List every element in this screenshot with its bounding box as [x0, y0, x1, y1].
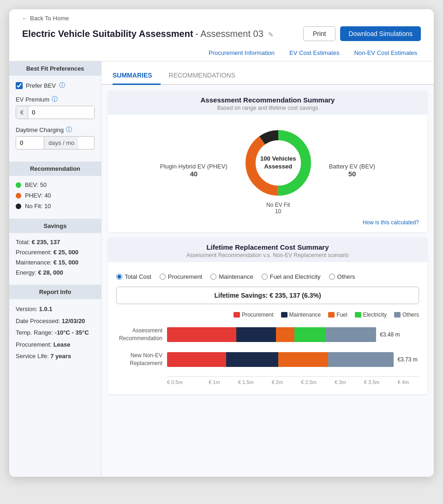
legend-procurement-color [233, 312, 240, 318]
legend-procurement: Procurement [233, 312, 274, 318]
content-tabs: SUMMARIES RECOMMENDATIONS [102, 61, 434, 85]
savings-total-val: € 235, 137 [32, 239, 60, 246]
radio-total-cost[interactable]: Total Cost [116, 273, 151, 280]
tab-ev-cost[interactable]: EV Cost Estimates [289, 46, 339, 61]
back-arrow-icon: ← [22, 15, 28, 22]
rec-phev-label: PHEV: 40 [25, 192, 51, 199]
sidebar: Best Fit Preferences Prefer BEV ⓘ EV Pre… [9, 61, 102, 477]
assessment-summary-header: Assessment Recommendation Summary Based … [108, 90, 427, 115]
chart-legend: Procurement Maintenance Fuel Electr [116, 310, 419, 323]
daytime-charging-input-row: days / mo [16, 136, 95, 150]
tab-procurement[interactable]: Procurement Information [209, 46, 275, 61]
radio-maintenance[interactable]: Maintenance [210, 273, 253, 280]
bar-segments-non-ev [167, 352, 394, 367]
prefer-bev-row: Prefer BEV ⓘ [16, 81, 95, 90]
lifetime-summary-header: Lifetime Replacement Cost Summary Assess… [108, 238, 427, 262]
bar-track-assessment: €3.48 m [167, 326, 419, 343]
x-tick-4: € 2.5m [293, 379, 324, 385]
download-button[interactable]: Download Simulations [340, 26, 421, 41]
savings-energy-val: € 28, 000 [38, 269, 63, 276]
bar-track-non-ev: €3.73 m [167, 351, 419, 368]
legend-electricity-color [355, 312, 361, 318]
legend-fuel: Fuel [328, 312, 347, 318]
back-label: Back To Home [30, 15, 69, 22]
app-window: ← Back To Home Electric Vehicle Suitabil… [9, 9, 434, 477]
x-tick-1: € 1m [198, 379, 230, 385]
assessment-summary-body: Plugin Hybrid EV (PHEV) 40 [108, 115, 427, 232]
bar-row-assessment: AssessmentRecommendation [116, 326, 419, 343]
bar-seg-fuel-1 [276, 327, 295, 342]
prefer-bev-checkbox[interactable] [16, 82, 23, 89]
title-row: Electric Vehicle Suitability Assessment … [22, 26, 421, 41]
bev-label: Battery EV (BEV) 50 [329, 163, 375, 178]
bar-seg-maintenance-2 [226, 352, 278, 367]
main-layout: Best Fit Preferences Prefer BEV ⓘ EV Pre… [9, 61, 434, 477]
legend-maintenance: Maintenance [281, 312, 321, 318]
report-procurement: Procurement: Lease [16, 340, 95, 349]
lifetime-summary-sub: Assessment Recommendation v.s. Non-EV Re… [116, 252, 419, 258]
assessment-summary-sub: Based on range and lifetime cost savings [116, 105, 419, 111]
ev-premium-prefix: € [16, 106, 28, 119]
daytime-charging-label: Daytime Charging ⓘ [16, 126, 95, 134]
report-date: Date Processed: 12/03/20 [16, 317, 95, 326]
radio-others[interactable]: Others [329, 273, 355, 280]
donut-chart: 100 Vehicles Assessed [241, 126, 315, 200]
ev-premium-field: EV Premium ⓘ € [16, 95, 95, 119]
lifetime-summary-title: Lifetime Replacement Cost Summary [116, 243, 419, 251]
savings-procurement-val: € 25, 000 [54, 249, 78, 256]
savings-body: Total: € 235, 137 Procurement: € 25, 000… [9, 233, 101, 285]
bar-seg-procurement-2 [167, 352, 226, 367]
legend-fuel-color [328, 312, 335, 318]
ev-premium-info-icon[interactable]: ⓘ [52, 95, 58, 103]
bar-seg-others-1 [326, 327, 376, 342]
legend-electricity: Electricity [355, 312, 387, 318]
print-button[interactable]: Print [303, 26, 336, 41]
x-tick-7: € 4m [388, 379, 419, 385]
radio-fuel-electricity[interactable]: Fuel and Electricity [262, 273, 321, 280]
bar-seg-procurement-1 [167, 327, 236, 342]
page-title: Electric Vehicle Suitability Assessment … [22, 29, 274, 39]
rec-phev: PHEV: 40 [16, 192, 95, 199]
bar-row-non-ev: New Non-EVReplacement €3. [116, 351, 419, 368]
ev-premium-input[interactable] [28, 106, 94, 119]
back-link[interactable]: ← Back To Home [22, 15, 421, 22]
bar-end-non-ev: €3.73 m [397, 356, 417, 363]
x-tick-0: € 0.5m [167, 379, 198, 385]
rec-bev-label: BEV: 50 [25, 181, 47, 188]
radio-procurement[interactable]: Procurement [160, 273, 202, 280]
bar-label-non-ev: New Non-EVReplacement [116, 352, 167, 367]
title-buttons: Print Download Simulations [303, 26, 421, 41]
x-tick-3: € 2m [262, 379, 293, 385]
savings-total: Total: € 235, 137 [16, 239, 95, 246]
top-bar: ← Back To Home Electric Vehicle Suitabil… [9, 9, 434, 61]
bar-chart: AssessmentRecommendation [116, 323, 419, 388]
savings-procurement: Procurement: € 25, 000 [16, 249, 95, 256]
nofit-dot [16, 204, 21, 209]
top-nav-tabs: Procurement Information EV Cost Estimate… [22, 46, 421, 61]
tab-summaries[interactable]: SUMMARIES [113, 68, 161, 85]
tab-non-ev-cost[interactable]: Non-EV Cost Estimates [354, 46, 417, 61]
lifetime-savings-box: Lifetime Savings: € 235, 137 (6.3%) [116, 287, 419, 304]
edit-icon[interactable]: ✎ [268, 31, 274, 38]
bar-segments-assessment [167, 327, 376, 342]
report-info-body: Version: 1.0.1 Date Processed: 12/03/20 … [9, 299, 101, 369]
x-tick-2: € 1.5m [230, 379, 262, 385]
x-axis: € 0.5m € 1m € 1.5m € 2m € 2.5m € 3m € 3.… [167, 376, 419, 385]
legend-others: Others [394, 312, 419, 318]
prefer-bev-info-icon[interactable]: ⓘ [59, 81, 65, 90]
tab-recommendations[interactable]: RECOMMENDATIONS [169, 68, 244, 85]
daytime-charging-field: Daytime Charging ⓘ days / mo [16, 126, 95, 150]
how-calculated-link[interactable]: How is this calculated? [116, 217, 419, 226]
daytime-charging-info-icon[interactable]: ⓘ [66, 126, 72, 134]
bar-seg-others-2 [328, 352, 394, 367]
legend-maintenance-color [281, 312, 287, 318]
rec-nofit-label: No Fit: 10 [25, 203, 51, 210]
best-fit-header: Best Fit Preferences [9, 61, 101, 76]
savings-energy: Energy: € 28, 000 [16, 269, 95, 276]
best-fit-body: Prefer BEV ⓘ EV Premium ⓘ € Daytime Ch [9, 76, 101, 162]
report-temp: Temp. Range: -10°C - 35°C [16, 328, 95, 337]
x-tick-5: € 3m [324, 379, 356, 385]
daytime-charging-input[interactable] [16, 137, 44, 149]
savings-maintenance-val: € 15, 000 [54, 259, 78, 266]
lifetime-summary-body: Total Cost Procurement Maintenance [108, 262, 427, 394]
